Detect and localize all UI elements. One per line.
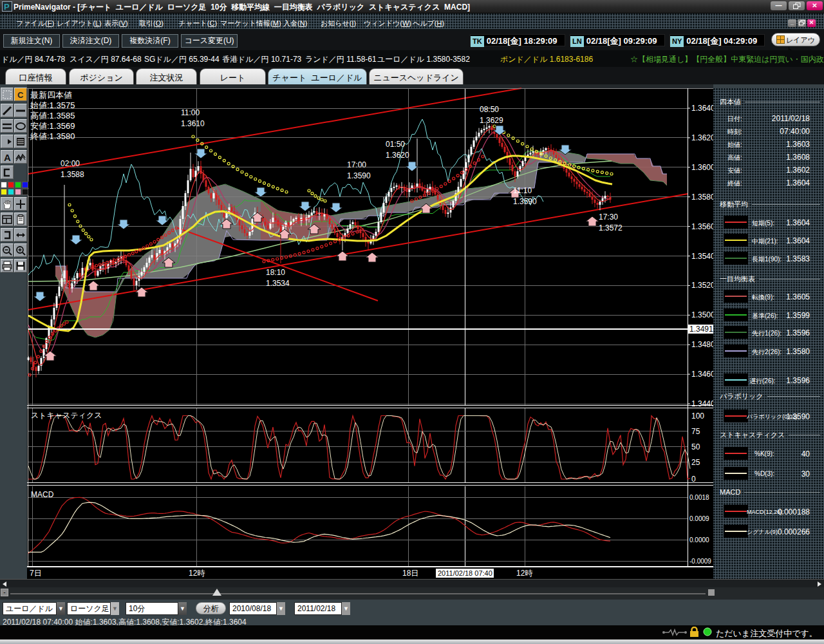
svg-text:1.3590: 1.3590 — [513, 197, 537, 206]
svg-text:1.3588: 1.3588 — [61, 170, 84, 179]
svg-text:0.0009: 0.0009 — [689, 515, 709, 522]
svg-text:1.3491: 1.3491 — [689, 325, 713, 334]
svg-text:25: 25 — [691, 458, 700, 467]
svg-text:1.3580: 1.3580 — [691, 193, 713, 202]
svg-text:C: C — [17, 90, 24, 100]
svg-text:0: 0 — [691, 475, 696, 484]
svg-text:1.3629: 1.3629 — [480, 116, 503, 125]
svg-text:01:50: 01:50 — [386, 140, 405, 149]
svg-text:12時: 12時 — [189, 569, 205, 578]
svg-text:1.3480: 1.3480 — [691, 340, 713, 349]
svg-text:終値:1.3580: 終値:1.3580 — [30, 131, 75, 141]
svg-text:08:50: 08:50 — [480, 105, 499, 114]
svg-text:02:00: 02:00 — [61, 159, 80, 168]
svg-text:50: 50 — [691, 442, 700, 451]
svg-text:1.3620: 1.3620 — [386, 151, 409, 160]
svg-text:7日: 7日 — [30, 569, 42, 578]
svg-text:1.3500: 1.3500 — [691, 310, 713, 319]
svg-text:1.3600: 1.3600 — [691, 163, 713, 172]
svg-text:1.3560: 1.3560 — [691, 222, 713, 231]
svg-text:安値:1.3569: 安値:1.3569 — [30, 121, 75, 131]
svg-text:11:00: 11:00 — [181, 108, 200, 117]
svg-text:11:10: 11:10 — [513, 186, 532, 195]
svg-text:MACD: MACD — [31, 490, 54, 499]
svg-text:最新四本値: 最新四本値 — [30, 90, 72, 100]
svg-text:17:00: 17:00 — [347, 160, 366, 169]
svg-text:17:30: 17:30 — [599, 213, 618, 222]
svg-text:12時: 12時 — [516, 569, 533, 578]
svg-text:高値:1.3585: 高値:1.3585 — [30, 111, 75, 120]
svg-text:0.0000: 0.0000 — [689, 536, 709, 544]
svg-text:-0.0009: -0.0009 — [689, 558, 711, 565]
svg-text:A: A — [4, 152, 11, 163]
svg-text:1.3640: 1.3640 — [691, 104, 713, 113]
svg-text:75: 75 — [691, 427, 700, 436]
svg-text:1.3620: 1.3620 — [691, 133, 713, 142]
svg-text:1.3520: 1.3520 — [691, 281, 713, 290]
svg-text:2011/02/18 07:40: 2011/02/18 07:40 — [438, 569, 492, 577]
svg-text:1.3572: 1.3572 — [599, 223, 623, 232]
svg-text:始値:1.3575: 始値:1.3575 — [30, 100, 75, 110]
svg-text:1.3590: 1.3590 — [347, 171, 371, 180]
svg-text:18:10: 18:10 — [266, 268, 285, 277]
svg-text:1.3534: 1.3534 — [266, 279, 290, 288]
svg-text:1.3610: 1.3610 — [181, 119, 205, 128]
svg-text:ストキャスティクス: ストキャスティクス — [31, 411, 102, 420]
svg-text:P: P — [4, 2, 10, 12]
svg-text:100: 100 — [691, 412, 704, 421]
svg-text:18日: 18日 — [402, 569, 418, 578]
svg-text:1.3540: 1.3540 — [691, 252, 713, 261]
svg-text:0.0018: 0.0018 — [689, 494, 709, 501]
svg-text:1.3440: 1.3440 — [691, 399, 713, 408]
svg-text:1.3460: 1.3460 — [691, 370, 713, 379]
